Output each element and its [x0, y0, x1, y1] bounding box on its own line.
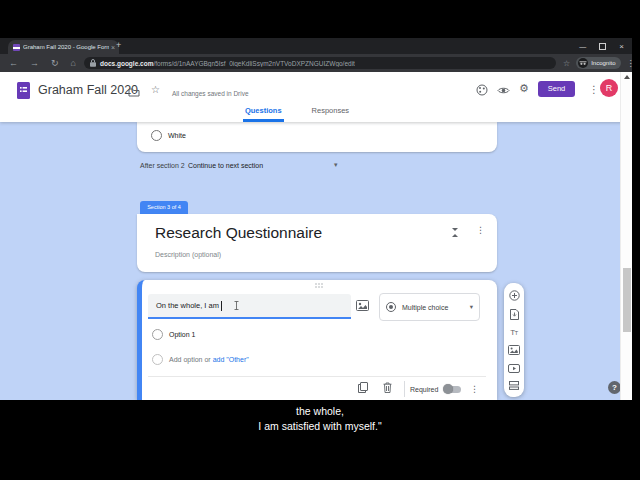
url-host: docs.google.com [100, 60, 153, 67]
maximize-button[interactable] [599, 43, 606, 50]
forms-logo-icon [17, 82, 30, 99]
chevron-down-icon[interactable]: ▾ [334, 161, 338, 169]
saved-status: All changes saved in Drive [172, 90, 249, 97]
url-bar[interactable]: docs.google.com/forms/d/1nAAYGBgn5Isf_0i… [84, 57, 556, 69]
option-label[interactable]: White [168, 132, 186, 139]
add-title-icon[interactable]: TT [510, 329, 518, 337]
forward-icon[interactable]: → [30, 58, 39, 68]
add-section-icon[interactable] [509, 381, 519, 390]
after-section-label: After section 2 [140, 162, 185, 169]
browser-window: Graham Fall 2020 - Google Form × + — × ←… [0, 38, 632, 400]
add-option-radio[interactable] [152, 354, 163, 365]
chevron-down-icon: ▾ [470, 303, 473, 311]
avatar[interactable]: R [600, 79, 618, 97]
section-chip: Section 3 of 4 [140, 201, 188, 214]
settings-gear-icon[interactable]: ⚙ [519, 82, 529, 95]
folder-icon[interactable] [128, 87, 140, 97]
add-option-button[interactable]: Add option [169, 356, 202, 363]
add-video-icon[interactable] [508, 364, 520, 373]
required-toggle[interactable] [445, 386, 461, 393]
or-text: or [204, 356, 210, 363]
bookmark-star-icon[interactable]: ☆ [563, 59, 570, 68]
header-menu-icon[interactable]: ⋮ [589, 84, 599, 95]
required-label: Required [410, 386, 438, 393]
toggle-knob [443, 384, 453, 394]
section-title[interactable]: Research Questionnaire [155, 224, 322, 242]
send-button[interactable]: Send [538, 81, 575, 97]
caption-line1: the whole, [0, 404, 640, 419]
section-description[interactable]: Description (optional) [155, 251, 221, 258]
incognito-label: Incognito [591, 60, 615, 66]
question-type-dropdown[interactable]: Multiple choice ▾ [379, 293, 480, 321]
scrollbar-thumb[interactable] [623, 268, 631, 332]
divider [404, 381, 405, 397]
browser-tab-bar: Graham Fall 2020 - Google Form × + — × [0, 38, 632, 54]
question-card: On the whole, I am Multiple choice ▾ Opt… [137, 280, 497, 400]
close-window-button[interactable]: × [619, 42, 624, 51]
collapse-section-icon[interactable] [451, 227, 459, 238]
back-icon[interactable]: ← [9, 58, 18, 68]
after-section-dropdown[interactable]: Continue to next section [188, 162, 263, 169]
question-type-label: Multiple choice [402, 304, 470, 311]
floating-toolbar: TT [504, 283, 524, 397]
home-icon[interactable]: ⌂ [71, 58, 76, 68]
minimize-button[interactable]: — [579, 43, 586, 50]
lock-icon [90, 59, 96, 67]
incognito-icon [578, 58, 588, 68]
delete-trash-icon[interactable] [383, 382, 392, 393]
add-other-link[interactable]: add "Other" [213, 356, 249, 363]
caption-overlay: the whole, I am satisfied with myself." [0, 404, 640, 433]
incognito-badge: Incognito [576, 57, 620, 69]
scrollbar-track[interactable] [620, 72, 632, 400]
theme-palette-icon[interactable] [476, 84, 488, 96]
star-form-icon[interactable]: ☆ [151, 84, 160, 95]
previous-question-card: White [137, 122, 497, 152]
preview-eye-icon[interactable] [497, 86, 510, 95]
section-header-card: Research Questionnaire Description (opti… [137, 214, 497, 272]
new-tab-button[interactable]: + [116, 40, 121, 50]
browser-tab[interactable]: Graham Fall 2020 - Google Form × [8, 40, 119, 54]
add-image-icon[interactable] [356, 300, 369, 311]
forms-page: Graham Fall 2020 ☆ All changes saved in … [0, 72, 632, 400]
forms-favicon-icon [13, 44, 20, 51]
text-cursor [221, 301, 222, 311]
forms-header: Graham Fall 2020 ☆ All changes saved in … [0, 72, 632, 122]
reload-icon[interactable]: ↻ [51, 58, 59, 68]
form-tabs: Questions Responses [0, 106, 592, 122]
question-text-input[interactable]: On the whole, I am [148, 294, 351, 319]
add-option-row: Add option or add "Other" [169, 356, 249, 363]
browser-tab-title: Graham Fall 2020 - Google Form [23, 44, 109, 50]
divider [148, 376, 486, 377]
option1-label[interactable]: Option 1 [169, 331, 195, 338]
add-image-icon[interactable] [508, 345, 520, 355]
caption-line2: I am satisfied with myself." [0, 419, 640, 434]
import-questions-icon[interactable] [510, 309, 519, 320]
window-controls: — × [579, 38, 624, 54]
question-text: On the whole, I am [156, 301, 219, 310]
browser-toolbar: ← → ↻ ⌂ docs.google.com/forms/d/1nAAYGBg… [0, 54, 632, 72]
tab-responses[interactable]: Responses [312, 106, 350, 122]
section-menu-icon[interactable]: ⋮ [476, 225, 485, 235]
form-title[interactable]: Graham Fall 2020 [38, 83, 138, 97]
screen: Graham Fall 2020 - Google Form × + — × ←… [0, 0, 640, 480]
scrollbar-up-arrow[interactable] [624, 75, 630, 79]
multiple-choice-icon [386, 302, 396, 312]
ibeam-cursor-icon [234, 301, 239, 310]
close-tab-icon[interactable]: × [111, 44, 115, 51]
browser-menu-icon[interactable]: ⋮ [627, 59, 635, 68]
drag-handle[interactable] [315, 283, 324, 289]
tab-questions[interactable]: Questions [243, 106, 284, 122]
url-path: /forms/d/1nAAYGBgn5Isf_0iqeKdliSsym2nVTV… [153, 60, 354, 67]
option1-radio[interactable] [152, 329, 163, 340]
add-question-icon[interactable] [509, 290, 520, 301]
question-menu-icon[interactable]: ⋮ [470, 384, 479, 394]
option-radio[interactable] [151, 130, 162, 141]
duplicate-icon[interactable] [358, 382, 368, 393]
